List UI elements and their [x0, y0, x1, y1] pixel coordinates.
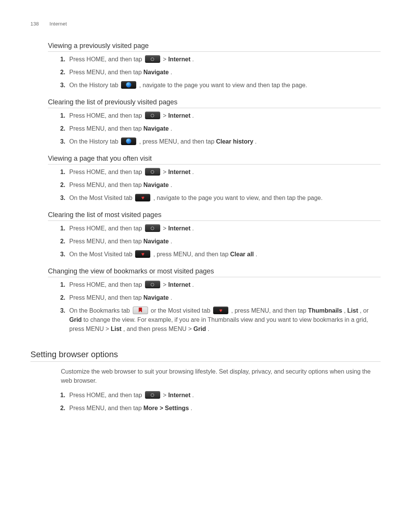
section-heading: Viewing a page that you often visit — [48, 155, 381, 165]
section-heading: Changing the view of bookmarks or most v… — [48, 267, 381, 277]
step-item: On the Bookmarks tab or the Most visited… — [67, 306, 381, 334]
step-item: Press MENU, and then tap Navigate . — [67, 293, 381, 302]
steps-list: Press HOME, and then tap > Internet . Pr… — [57, 55, 381, 90]
intro-paragraph: Customize the web browser to suit your b… — [61, 367, 381, 385]
step-item: Press HOME, and then tap > Internet . — [67, 111, 381, 120]
step-item: On the History tab , navigate to the pag… — [67, 81, 381, 90]
steps-list: Press HOME, and then tap > Internet . Pr… — [57, 280, 381, 334]
chapter-title: Internet — [49, 21, 67, 27]
step-item: Press HOME, and then tap > Internet . — [67, 55, 381, 64]
step-item: Press HOME, and then tap > Internet . — [67, 280, 381, 289]
most-visited-tab-icon — [213, 307, 228, 314]
running-header: 138 Internet — [30, 21, 381, 27]
step-item: Press MENU, and then tap More > Settings… — [67, 404, 381, 413]
step-item: Press MENU, and then tap Navigate . — [67, 181, 381, 190]
steps-list: Press HOME, and then tap > Internet . Pr… — [57, 391, 381, 413]
steps-list: Press HOME, and then tap > Internet . Pr… — [57, 224, 381, 259]
history-tab-icon — [121, 137, 136, 145]
apps-launcher-icon — [145, 224, 160, 232]
section-heading: Clearing the list of most visited pages — [48, 211, 381, 221]
apps-launcher-icon — [145, 112, 160, 119]
step-item: On the Most Visited tab , navigate to th… — [67, 193, 381, 203]
step-item: Press HOME, and then tap > Internet . — [67, 391, 381, 400]
step-item: On the History tab , press MENU, and the… — [67, 137, 381, 146]
section-heading: Clearing the list of previously visited … — [48, 98, 381, 108]
step-item: Press MENU, and then tap Navigate . — [67, 124, 381, 133]
apps-launcher-icon — [145, 391, 160, 399]
step-item: On the Most Visited tab , press MENU, an… — [67, 250, 381, 259]
step-item: Press HOME, and then tap > Internet . — [67, 168, 381, 177]
history-tab-icon — [121, 81, 136, 89]
most-visited-tab-icon — [135, 250, 150, 258]
apps-launcher-icon — [145, 281, 160, 288]
step-item: Press HOME, and then tap > Internet . — [67, 224, 381, 233]
bookmarks-tab-icon — [133, 307, 148, 314]
step-item: Press MENU, and then tap Navigate . — [67, 237, 381, 246]
main-heading: Setting browser options — [30, 350, 381, 362]
section-heading: Viewing a previously visited page — [48, 42, 381, 52]
apps-launcher-icon — [145, 168, 160, 176]
step-item: Press MENU, and then tap Navigate . — [67, 68, 381, 77]
steps-list: Press HOME, and then tap > Internet . Pr… — [57, 168, 381, 203]
most-visited-tab-icon — [135, 194, 150, 201]
steps-list: Press HOME, and then tap > Internet . Pr… — [57, 111, 381, 146]
manual-page: 138 Internet Viewing a previously visite… — [0, 0, 411, 532]
page-number: 138 — [30, 21, 39, 27]
apps-launcher-icon — [145, 55, 160, 63]
